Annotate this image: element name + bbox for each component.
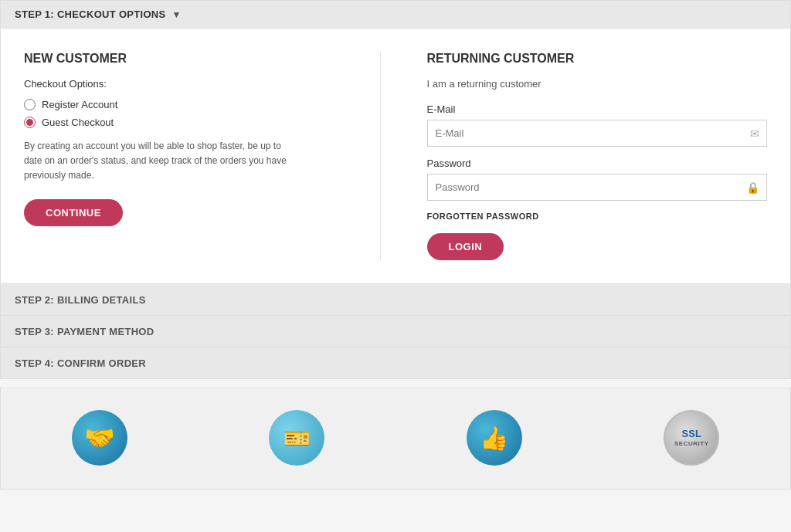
email-label: E-Mail	[427, 103, 768, 115]
new-customer-title: NEW CUSTOMER	[24, 52, 365, 66]
continue-button[interactable]: CONTINUE	[24, 199, 123, 226]
thumbsup-icon: 👍	[467, 410, 522, 466]
email-input-wrapper: ✉	[427, 120, 768, 147]
trust-badge-handshake: 🤝	[72, 410, 127, 466]
password-input[interactable]	[427, 174, 768, 201]
password-input-wrapper: 🔒	[427, 174, 768, 201]
new-customer-section: NEW CUSTOMER Checkout Options: Register …	[24, 52, 381, 260]
guest-checkout-option[interactable]: Guest Checkout	[24, 117, 365, 128]
trust-badge-ssl: SSL SECURITY	[664, 410, 719, 466]
returning-customer-title: RETURNING CUSTOMER	[427, 52, 768, 66]
login-button[interactable]: LOGIN	[427, 233, 504, 260]
email-group: E-Mail ✉	[427, 103, 768, 147]
password-label: Password	[427, 158, 768, 169]
step3-header[interactable]: STEP 3: PAYMENT METHOD	[0, 316, 791, 347]
guest-radio[interactable]	[24, 117, 36, 128]
checkout-panel: NEW CUSTOMER Checkout Options: Register …	[0, 29, 791, 284]
page-wrapper: STEP 1: CHECKOUT OPTIONS ▼ NEW CUSTOMER …	[0, 0, 791, 490]
handshake-icon: 🤝	[72, 410, 127, 466]
trust-badge-thumbsup: 👍	[467, 410, 522, 466]
step3-label: STEP 3: PAYMENT METHOD	[15, 326, 154, 337]
register-label: Register Account	[42, 99, 117, 110]
step2-header[interactable]: STEP 2: BILLING DETAILS	[0, 284, 791, 316]
checkout-columns: NEW CUSTOMER Checkout Options: Register …	[24, 52, 767, 260]
forgotten-password-link[interactable]: FORGOTTEN PASSWORD	[427, 212, 768, 221]
returning-description: I am a returning customer	[427, 78, 768, 90]
step1-header[interactable]: STEP 1: CHECKOUT OPTIONS ▼	[0, 0, 791, 29]
guest-label: Guest Checkout	[42, 117, 114, 128]
email-icon: ✉	[750, 127, 759, 140]
password-group: Password 🔒	[427, 158, 768, 201]
step4-label: STEP 4: CONFIRM ORDER	[15, 357, 146, 369]
password-icon: 🔒	[746, 181, 759, 194]
returning-customer-section: RETURNING CUSTOMER I am a returning cust…	[412, 52, 768, 260]
step1-label: STEP 1: CHECKOUT OPTIONS	[15, 8, 165, 20]
checkout-options-label: Checkout Options:	[24, 78, 365, 90]
register-radio[interactable]	[24, 99, 36, 110]
step4-header[interactable]: STEP 4: CONFIRM ORDER	[0, 347, 791, 379]
ssl-icon: SSL SECURITY	[664, 410, 719, 466]
chevron-down-icon: ▼	[171, 9, 181, 20]
trust-badge-tickets: 🎫	[269, 410, 324, 466]
step2-label: STEP 2: BILLING DETAILS	[15, 294, 146, 306]
trust-section: 🤝 🎫 👍 SSL SECURITY	[0, 387, 791, 490]
email-input[interactable]	[427, 120, 768, 147]
radio-group: Register Account Guest Checkout	[24, 99, 365, 128]
ticket-icon: 🎫	[269, 410, 324, 466]
register-account-option[interactable]: Register Account	[24, 99, 365, 110]
checkout-description: By creating an account you will be able …	[24, 139, 287, 184]
